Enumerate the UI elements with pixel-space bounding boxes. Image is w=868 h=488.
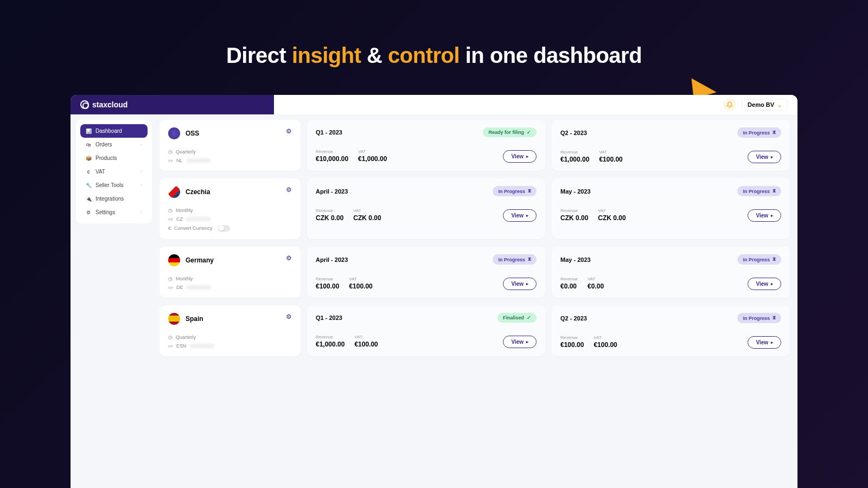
period-title: Q1 - 2023 <box>316 314 342 321</box>
flag-icon <box>168 254 180 266</box>
sidebar-item-settings[interactable]: ⚙ Settings › <box>80 206 148 219</box>
brand-text: staxcloud <box>92 100 127 109</box>
sidebar: 📊 Dashboard 🛍 Orders ›📦 Products € VAT ›… <box>76 120 152 223</box>
code-line: ▭DE <box>168 285 292 290</box>
vat-metric: VAT €100.00 <box>599 150 622 163</box>
view-button[interactable]: View▸ <box>748 336 781 349</box>
region-row-czechia: Czechia ⚙ ◷Monthly ▭CZ €Convert Currency… <box>159 178 790 239</box>
gear-icon[interactable]: ⚙ <box>286 127 292 135</box>
vat-metric: VAT €1,000.00 <box>358 149 387 163</box>
period-card: Q1 - 2023 Ready for filing✓ Revenue €10,… <box>307 120 545 171</box>
convert-toggle[interactable] <box>218 225 230 232</box>
status-icon: ✓ <box>527 315 531 320</box>
period-card: Q2 - 2023 In Progress⧗ Revenue €1,000.00… <box>552 120 790 171</box>
flag-icon <box>168 313 180 325</box>
view-button[interactable]: View▸ <box>748 278 781 290</box>
content-area: OSS ⚙ ◷Quarterly ▭NL Q1 - 2023 Ready for… <box>152 114 797 488</box>
region-name: Spain <box>186 315 203 323</box>
period-card: May - 2023 In Progress⧗ Revenue €0.00 VA… <box>552 247 790 298</box>
status-icon: ⧗ <box>528 256 531 262</box>
chevron-right-icon: › <box>141 169 142 174</box>
sidebar-item-orders[interactable]: 🛍 Orders › <box>80 138 148 151</box>
revenue-metric: Revenue €0.00 <box>560 277 578 290</box>
view-button[interactable]: View▸ <box>748 209 781 222</box>
sidebar-item-icon: 🔧 <box>86 183 91 188</box>
region-name: Czechia <box>186 188 210 196</box>
status-badge: In Progress⧗ <box>493 186 537 196</box>
code-line: ▭NL <box>168 158 292 163</box>
sidebar-item-icon: 🛍 <box>86 142 91 147</box>
frequency-line: ◷Monthly <box>168 276 292 281</box>
gear-icon[interactable]: ⚙ <box>286 186 292 194</box>
revenue-metric: Revenue CZK 0.00 <box>560 208 588 222</box>
status-icon: ⧗ <box>773 188 776 194</box>
region-card: Spain ⚙ ◷Quarterly ▭ESN <box>159 305 301 356</box>
status-icon: ⧗ <box>773 130 776 136</box>
sidebar-item-icon: 🔌 <box>86 196 91 202</box>
arrow-right-icon: ▸ <box>526 213 528 218</box>
arrow-right-icon: ▸ <box>526 339 528 344</box>
status-badge: In Progress⧗ <box>737 127 781 138</box>
hero-title: Direct insight & control in one dashboar… <box>0 0 868 68</box>
code-line: ▭ESN <box>168 343 292 349</box>
brand: staxcloud <box>80 100 127 109</box>
period-card: April - 2023 In Progress⧗ Revenue €100.0… <box>307 247 545 298</box>
revenue-metric: Revenue €1,000.00 <box>316 335 344 348</box>
status-badge: In Progress⧗ <box>737 186 781 196</box>
sidebar-item-icon: ⚙ <box>86 210 91 215</box>
sidebar-item-label: Products <box>95 155 117 161</box>
chevron-right-icon: › <box>141 183 142 188</box>
region-card: OSS ⚙ ◷Quarterly ▭NL <box>159 120 301 171</box>
arrow-right-icon: ▸ <box>526 154 528 159</box>
view-button[interactable]: View▸ <box>503 336 537 348</box>
gear-icon[interactable]: ⚙ <box>286 313 292 320</box>
sidebar-item-label: Orders <box>95 142 112 147</box>
vat-metric: VAT €0.00 <box>588 277 604 290</box>
sidebar-item-dashboard[interactable]: 📊 Dashboard <box>80 124 148 138</box>
gear-icon[interactable]: ⚙ <box>286 254 292 262</box>
frequency-line: ◷Quarterly <box>168 149 292 155</box>
clock-icon: ◷ <box>168 149 173 155</box>
clock-icon: ◷ <box>168 335 173 340</box>
view-button[interactable]: View▸ <box>503 209 537 222</box>
view-button[interactable]: View▸ <box>503 150 537 163</box>
vat-metric: VAT CZK 0.00 <box>598 208 626 222</box>
sidebar-item-vat[interactable]: € VAT › <box>80 165 148 178</box>
sidebar-item-integrations[interactable]: 🔌 Integrations <box>80 192 148 206</box>
notifications-button[interactable] <box>723 98 736 111</box>
euro-icon: € <box>168 226 171 231</box>
region-row-spain: Spain ⚙ ◷Quarterly ▭ESN Q1 - 2023 Finali… <box>159 305 790 356</box>
sidebar-item-label: Settings <box>95 209 115 215</box>
frequency-line: ◷Monthly <box>168 208 292 213</box>
id-icon: ▭ <box>168 285 173 290</box>
status-badge: Ready for filing✓ <box>483 127 537 137</box>
company-selector[interactable]: Demo BV ⌄ <box>742 99 788 111</box>
flag-icon <box>168 127 180 139</box>
period-card: May - 2023 In Progress⧗ Revenue CZK 0.00… <box>552 178 790 239</box>
revenue-metric: Revenue €10,000.00 <box>316 149 348 163</box>
status-badge: In Progress⧗ <box>493 254 537 265</box>
status-icon: ⧗ <box>773 256 776 262</box>
sidebar-item-products[interactable]: 📦 Products <box>80 151 148 165</box>
period-title: Q2 - 2023 <box>560 315 587 322</box>
app-window: staxcloud Demo BV ⌄ 📊 Dashboard 🛍 Orders… <box>71 95 797 488</box>
sidebar-item-icon: 📦 <box>86 156 91 161</box>
sidebar-item-label: Integrations <box>95 196 124 202</box>
sidebar-item-label: VAT <box>95 169 105 175</box>
status-icon: ⧗ <box>773 315 776 321</box>
id-icon: ▭ <box>168 158 173 163</box>
region-card: Germany ⚙ ◷Monthly ▭DE <box>159 247 301 298</box>
view-button[interactable]: View▸ <box>503 278 537 290</box>
sidebar-item-seller-tools[interactable]: 🔧 Seller Tools › <box>80 178 148 192</box>
view-button[interactable]: View▸ <box>748 151 781 163</box>
period-card: Q1 - 2023 Finalised✓ Revenue €1,000.00 V… <box>307 305 545 356</box>
arrow-right-icon: ▸ <box>771 281 773 286</box>
arrow-right-icon: ▸ <box>771 340 773 345</box>
vat-metric: VAT €100.00 <box>354 335 378 348</box>
period-card: April - 2023 In Progress⧗ Revenue CZK 0.… <box>307 178 545 239</box>
period-title: Q2 - 2023 <box>560 130 587 136</box>
arrow-right-icon: ▸ <box>526 281 528 286</box>
arrow-right-icon: ▸ <box>771 155 773 159</box>
chevron-down-icon: ⌄ <box>777 102 782 108</box>
code-line: ▭CZ <box>168 216 292 222</box>
